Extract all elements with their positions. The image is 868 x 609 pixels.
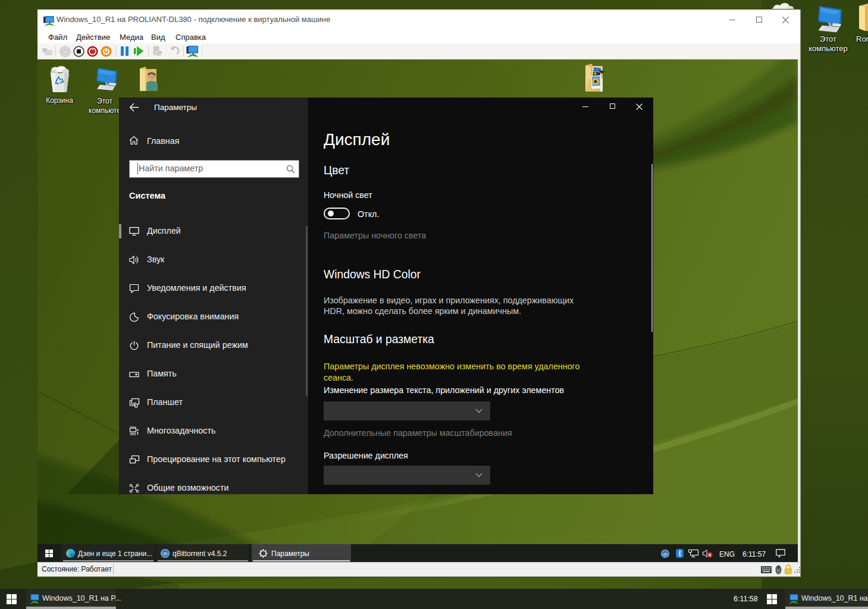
svg-text:qb: qb <box>162 551 167 556</box>
svg-text:qb: qb <box>663 552 668 557</box>
